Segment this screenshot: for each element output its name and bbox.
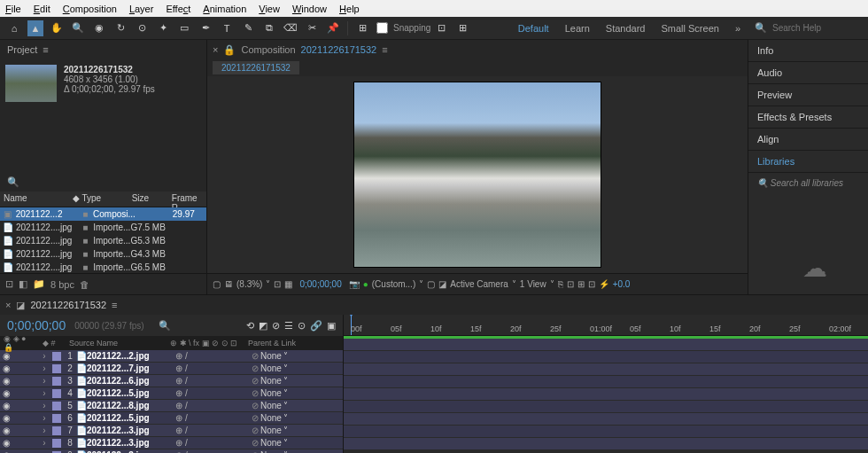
lock-icon[interactable]: 🔒 <box>223 44 236 56</box>
track-bar[interactable] <box>344 351 868 363</box>
res-icon[interactable]: ⊡ <box>274 279 281 289</box>
search-help[interactable]: 🔍 <box>749 20 864 35</box>
layer-row[interactable]: ◉›7📄2021122...3.jpg⊕/⊘None˅ <box>0 425 343 437</box>
roto-tool-icon[interactable]: ✂ <box>304 20 320 36</box>
menu-file[interactable]: File <box>5 4 21 14</box>
menu-effect[interactable]: Effect <box>166 4 190 14</box>
timeline-tab-menu-icon[interactable]: ≡ <box>112 300 117 310</box>
channel-icon[interactable]: ● <box>363 279 368 289</box>
timeline-search-icon[interactable]: 🔍 <box>159 320 171 332</box>
display-icon[interactable]: 🖥 <box>224 279 233 289</box>
home-icon[interactable]: ⌂ <box>6 20 22 36</box>
pen-tool-icon[interactable]: ✒ <box>198 20 213 36</box>
track-bar[interactable] <box>344 376 868 388</box>
col-framerate[interactable]: Frame R... <box>168 191 206 207</box>
puppet-tool-icon[interactable]: 📌 <box>325 20 341 36</box>
camera-tool-icon[interactable]: ⊙ <box>134 20 150 36</box>
track-bar[interactable] <box>344 438 868 450</box>
menu-edit[interactable]: Edit <box>34 4 50 14</box>
guide-icon[interactable]: ⊡ <box>567 279 574 289</box>
workspace-learn[interactable]: Learn <box>565 23 590 34</box>
bpc-label[interactable]: 8 bpc <box>50 279 74 290</box>
menu-animation[interactable]: Animation <box>203 4 246 14</box>
rotate-tool-icon[interactable]: ↻ <box>112 20 128 36</box>
panel-preview[interactable]: Preview <box>748 84 868 106</box>
shy-icon[interactable]: ⟲ <box>246 320 254 332</box>
clone-tool-icon[interactable]: ⧉ <box>261 20 277 36</box>
layer-row[interactable]: ◉›1📄2021122...2.jpg⊕/⊘None˅ <box>0 350 343 363</box>
close-tab-icon[interactable]: × <box>213 44 218 55</box>
fast-preview-icon[interactable]: ⚡ <box>599 279 609 289</box>
project-search-icon[interactable]: 🔍 <box>7 176 19 187</box>
views-select[interactable]: 1 View <box>520 279 546 289</box>
new-comp-icon[interactable]: ◧ <box>19 278 27 290</box>
mask-select[interactable]: (Custom...) <box>372 279 415 289</box>
lib-search-placeholder[interactable]: Search all libraries <box>771 178 843 188</box>
track-bar[interactable] <box>344 413 868 426</box>
track-bar[interactable] <box>344 401 868 413</box>
panel-audio[interactable]: Audio <box>748 62 868 84</box>
panel-menu-icon[interactable]: ≡ <box>43 44 48 55</box>
new-folder-icon[interactable]: 📁 <box>33 278 45 290</box>
asset-row[interactable]: 📄2021122....jpg■Importe...G6.5 MB <box>0 261 206 273</box>
col-label-icon[interactable]: ◆ <box>69 191 78 207</box>
viewer-timecode[interactable]: 0;00;00;00 <box>299 279 341 289</box>
rect-tool-icon[interactable]: ▭ <box>176 20 192 36</box>
selection-tool-icon[interactable]: ▲ <box>27 20 43 36</box>
always-preview-icon[interactable]: ▢ <box>213 279 221 289</box>
comp-name-link[interactable]: 20211226171532 <box>301 44 377 55</box>
safe-zones-icon[interactable]: ⊞ <box>577 279 585 289</box>
asset-row[interactable]: 📄2021122....jpg■Importe...G7.5 MB <box>0 221 206 234</box>
asset-row[interactable]: 📄2021122....jpg■Importe...G5.3 MB <box>0 234 206 247</box>
asset-row[interactable]: ▣2021122...2■Composi...29.97 <box>0 207 206 221</box>
layer-row[interactable]: ◉›4📄2021122...5.jpg⊕/⊘None˅ <box>0 387 343 400</box>
layer-row[interactable]: ◉›8📄2021122...3.jpg⊕/⊘None˅ <box>0 437 343 449</box>
col-name[interactable]: Name <box>0 191 69 207</box>
interpret-icon[interactable]: ⊡ <box>5 278 13 290</box>
brush-tool-icon[interactable]: ✎ <box>240 20 256 36</box>
workspace-standard[interactable]: Standard <box>606 23 646 34</box>
menu-view[interactable]: View <box>259 4 280 14</box>
timeline-tab-name[interactable]: 20211226171532 <box>30 300 106 310</box>
layer-col-source[interactable]: Source Name <box>66 336 167 350</box>
track-bar[interactable] <box>344 388 868 401</box>
panel-libraries[interactable]: Libraries <box>748 151 868 173</box>
snapping-checkbox[interactable] <box>376 22 388 34</box>
orbit-tool-icon[interactable]: ◉ <box>91 20 107 36</box>
zoom-tool-icon[interactable]: 🔍 <box>70 20 86 36</box>
layer-row[interactable]: ◉›5📄2021122...8.jpg⊕/⊘None˅ <box>0 400 343 412</box>
asset-row[interactable]: 📄2021122....jpg■Importe...G4.3 MB <box>0 247 206 261</box>
snap-edge-icon[interactable]: ⊡ <box>433 20 449 36</box>
time-ruler[interactable]: 00f05f10f15f20f25f01:00f05f10f15f20f25f0… <box>344 315 868 336</box>
menu-layer[interactable]: Layer <box>129 4 154 14</box>
hand-tool-icon[interactable]: ✋ <box>49 20 65 36</box>
motion-blur-icon[interactable]: ⊘ <box>272 320 280 332</box>
panel-align[interactable]: Align <box>748 129 868 151</box>
timeline-blend-icon[interactable]: ◪ <box>16 300 25 311</box>
layer-row[interactable]: ◉›9📄2021122...3.jpg⊕/⊘None˅ <box>0 449 343 453</box>
workspace-small[interactable]: Small Screen <box>661 23 718 34</box>
eraser-tool-icon[interactable]: ⌫ <box>283 20 298 36</box>
brain-icon[interactable]: ⊙ <box>298 320 306 332</box>
3d-icon[interactable]: ◪ <box>438 279 446 289</box>
delete-icon[interactable]: 🗑 <box>80 279 89 290</box>
camera-select[interactable]: Active Camera <box>450 279 508 289</box>
graph-icon[interactable]: ☰ <box>284 320 293 332</box>
share-icon[interactable]: ⎘ <box>558 279 563 289</box>
timeline-close-icon[interactable]: × <box>5 300 11 310</box>
col-type[interactable]: Type <box>78 191 128 207</box>
track-bar[interactable] <box>344 426 868 438</box>
col-size[interactable]: Size <box>128 191 168 207</box>
snap-grid-icon[interactable]: ⊞ <box>454 20 470 36</box>
type-tool-icon[interactable]: T <box>219 20 235 36</box>
frame-blend-icon[interactable]: ◩ <box>259 320 267 332</box>
timeline-timecode[interactable]: 0;00;00;00 <box>7 318 66 332</box>
workspace-overflow-icon[interactable]: » <box>735 23 740 34</box>
search-help-input[interactable] <box>772 23 852 33</box>
panel-effects[interactable]: Effects & Presets <box>748 106 868 129</box>
viewer[interactable] <box>207 76 748 273</box>
snapshot-icon[interactable]: 📷 <box>349 279 360 289</box>
track-bar[interactable] <box>344 363 868 376</box>
link-icon[interactable]: 🔗 <box>310 320 322 332</box>
transparency-grid-icon[interactable]: ▦ <box>284 279 292 289</box>
